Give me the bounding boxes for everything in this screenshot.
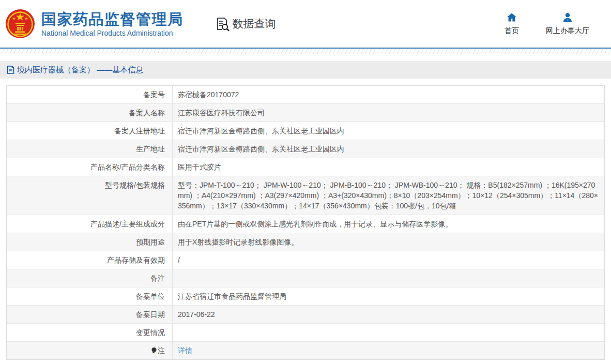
row-value	[173, 269, 604, 287]
table-row: 产品描述/主要组成成分 由在PET片基的一侧或双侧涂上感光乳剂制作而成，用于记录…	[7, 215, 604, 233]
table-row: 预期用途 用于X射线摄影时记录射线影像图像。	[7, 233, 604, 251]
table-row: 型号规格/包装规格 型号：JPM-T-100～210； JPM-W-100～21…	[7, 176, 604, 215]
row-label-text: 产品描述/主要组成成分	[90, 220, 165, 228]
row-label-text: 备案人注册地址	[114, 127, 165, 135]
row-label-text: 型号规格/包装规格	[105, 181, 165, 189]
row-label: 型号规格/包装规格	[7, 176, 173, 215]
row-value: 医用干式胶片	[173, 158, 604, 176]
row-value: 江苏康谷医疗科技有限公司	[173, 104, 604, 122]
row-label: 备案人名称	[7, 104, 173, 122]
row-label-text: 备案单位	[136, 292, 165, 300]
row-value: 详情	[173, 342, 604, 359]
row-label: 产品存储及有效期	[7, 251, 173, 269]
row-value	[173, 324, 604, 341]
row-label-text: 变更情况	[136, 328, 165, 337]
header: 国家药品监督管理局 National Medical Products Admi…	[0, 0, 611, 48]
table-row: 注 详情	[7, 342, 604, 359]
registration-info-table: 备案号 苏宿械备20170072 备案人名称 江苏康谷医疗科技有限公司 备案人注…	[6, 85, 605, 360]
row-label: 产品名称/产品分类名称	[7, 158, 173, 176]
row-value: 由在PET片基的一侧或双侧涂上感光乳剂制作而成，用于记录、显示与储存医学影像。	[173, 215, 604, 233]
row-value: 型号：JPM-T-100～210； JPM-W-100～210； JPM-B-1…	[173, 176, 604, 215]
row-label-text: 产品名称/产品分类名称	[90, 163, 165, 171]
bulb-icon	[151, 347, 157, 354]
org-name-en: National Medical Products Administration	[41, 29, 184, 37]
row-label: 备案单位	[7, 287, 173, 305]
row-label-text: 预期用途	[136, 238, 165, 246]
row-value: 苏宿械备20170072	[173, 86, 604, 103]
row-label: 备案号	[7, 86, 173, 103]
row-label: 生产地址	[7, 140, 173, 158]
person-icon	[562, 12, 573, 23]
row-label-text: 注	[158, 346, 165, 355]
row-label: 备案人注册地址	[7, 122, 173, 140]
header-nav: 首页 网上办事大厅	[505, 12, 589, 36]
row-label: 备案日期	[7, 306, 173, 323]
stripe-divider	[0, 49, 611, 54]
row-label-text: 备案人名称	[129, 109, 165, 117]
row-label-text: 备案号	[143, 90, 165, 99]
table-row: 变更情况	[7, 324, 604, 342]
row-value: 宿迁市洋河新区金樽路西侧、东关社区老工业园区内	[173, 122, 604, 140]
document-icon	[7, 66, 14, 74]
row-label-text: 产品存储及有效期	[107, 256, 165, 264]
nav-item-online-hall-label: 网上办事大厅	[546, 26, 589, 36]
row-label-text: 备注	[150, 274, 165, 282]
row-label: 注	[7, 342, 173, 359]
home-icon	[507, 12, 517, 23]
org-title-block: 国家药品监督管理局 National Medical Products Admi…	[41, 10, 184, 37]
page-title: 境内医疗器械（备案） ——基本信息	[17, 65, 143, 75]
table-row: 备案号 苏宿械备20170072	[7, 86, 604, 104]
row-label: 产品描述/主要组成成分	[7, 215, 173, 233]
table-row: 产品名称/产品分类名称 医用干式胶片	[7, 158, 604, 176]
row-value: 2017-06-22	[173, 306, 604, 323]
nav-item-home-label: 首页	[505, 26, 519, 36]
detail-link[interactable]: 详情	[178, 346, 192, 355]
nav-item-home[interactable]: 首页	[505, 12, 519, 36]
table-row: 备案单位 江苏省宿迁市食品药品监督管理局	[7, 287, 604, 306]
table-row: 备案日期 2017-06-22	[7, 306, 604, 324]
row-value: 宿迁市洋河新区金樽路西侧、东关社区老工业园区内	[173, 140, 604, 158]
row-label-text: 备案日期	[136, 310, 165, 318]
row-value: /	[173, 251, 604, 269]
row-label: 预期用途	[7, 233, 173, 251]
row-label-text: 生产地址	[136, 145, 165, 153]
nav-item-online-hall[interactable]: 网上办事大厅	[546, 12, 589, 36]
page-title-bar: 境内医疗器械（备案） ——基本信息	[0, 61, 611, 79]
row-value: 江苏省宿迁市食品药品监督管理局	[173, 287, 604, 305]
data-query-label: 数据查询	[233, 17, 276, 31]
org-name-cn: 国家药品监督管理局	[41, 10, 184, 28]
table-row: 产品存储及有效期 /	[7, 251, 604, 269]
table-row: 备案人注册地址 宿迁市洋河新区金樽路西侧、东关社区老工业园区内	[7, 122, 604, 140]
data-query-section[interactable]: 数据查询	[216, 17, 276, 31]
row-label: 变更情况	[7, 324, 173, 341]
table-row: 备注	[7, 269, 604, 287]
national-emblem-logo	[5, 9, 35, 39]
document-search-icon	[216, 17, 230, 31]
table-row: 生产地址 宿迁市洋河新区金樽路西侧、东关社区老工业园区内	[7, 140, 604, 158]
row-value: 用于X射线摄影时记录射线影像图像。	[173, 233, 604, 251]
table-row: 备案人名称 江苏康谷医疗科技有限公司	[7, 104, 604, 122]
row-label: 备注	[7, 269, 173, 287]
